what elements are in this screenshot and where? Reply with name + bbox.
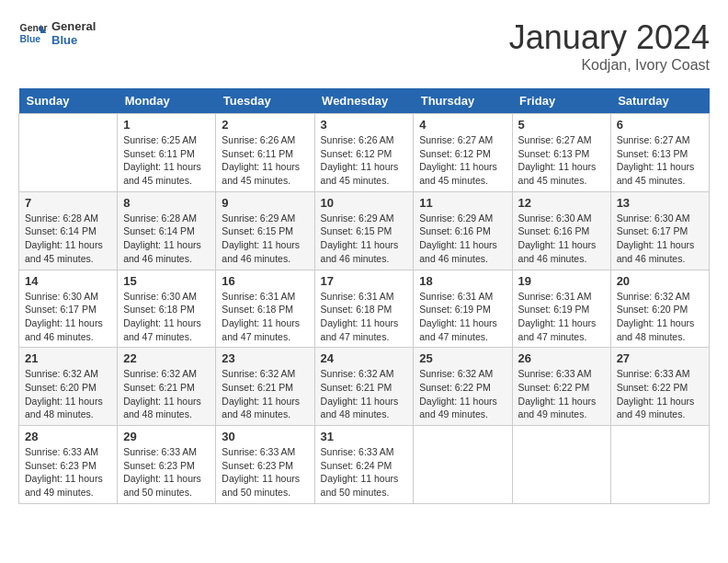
day-info: Sunrise: 6:31 AMSunset: 6:18 PMDaylight:… <box>321 290 408 344</box>
day-info: Sunrise: 6:30 AMSunset: 6:16 PMDaylight:… <box>518 212 605 266</box>
week-row-3: 14Sunrise: 6:30 AMSunset: 6:17 PMDayligh… <box>19 270 710 348</box>
calendar-cell: 2Sunrise: 6:26 AMSunset: 6:11 PMDaylight… <box>216 114 314 192</box>
day-number: 2 <box>222 118 308 132</box>
day-number: 9 <box>222 196 308 210</box>
day-info: Sunrise: 6:30 AMSunset: 6:17 PMDaylight:… <box>617 212 703 266</box>
logo-icon: General Blue <box>18 18 48 48</box>
day-number: 24 <box>321 351 408 365</box>
day-number: 15 <box>123 274 210 288</box>
header-thursday: Thursday <box>414 88 512 114</box>
week-row-2: 7Sunrise: 6:28 AMSunset: 6:14 PMDaylight… <box>19 191 710 270</box>
day-number: 31 <box>321 430 408 443</box>
week-row-1: 1Sunrise: 6:25 AMSunset: 6:11 PMDaylight… <box>19 114 710 192</box>
header-sunday: Sunday <box>19 88 118 114</box>
calendar-cell: 22Sunrise: 6:32 AMSunset: 6:21 PMDayligh… <box>118 348 216 426</box>
calendar-cell: 27Sunrise: 6:33 AMSunset: 6:22 PMDayligh… <box>610 348 709 426</box>
day-info: Sunrise: 6:33 AMSunset: 6:23 PMDaylight:… <box>123 445 210 500</box>
day-info: Sunrise: 6:26 AMSunset: 6:11 PMDaylight:… <box>222 133 308 188</box>
day-info: Sunrise: 6:33 AMSunset: 6:22 PMDaylight:… <box>518 367 605 421</box>
calendar-cell: 12Sunrise: 6:30 AMSunset: 6:16 PMDayligh… <box>512 191 610 270</box>
day-info: Sunrise: 6:31 AMSunset: 6:19 PMDaylight:… <box>518 290 605 344</box>
day-number: 22 <box>123 351 210 365</box>
page-header: General Blue General Blue January 2024 K… <box>18 18 710 74</box>
day-number: 5 <box>518 118 605 132</box>
day-info: Sunrise: 6:32 AMSunset: 6:20 PMDaylight:… <box>25 367 111 421</box>
day-number: 12 <box>518 196 605 210</box>
day-number: 27 <box>617 351 703 365</box>
day-info: Sunrise: 6:32 AMSunset: 6:20 PMDaylight:… <box>617 290 703 344</box>
calendar-cell: 26Sunrise: 6:33 AMSunset: 6:22 PMDayligh… <box>512 348 610 426</box>
day-number: 17 <box>321 274 408 288</box>
day-info: Sunrise: 6:32 AMSunset: 6:22 PMDaylight:… <box>419 367 506 421</box>
logo-text-general: General <box>51 19 96 33</box>
week-row-4: 21Sunrise: 6:32 AMSunset: 6:20 PMDayligh… <box>19 348 710 426</box>
title-section: January 2024 Kodjan, Ivory Coast <box>509 18 710 74</box>
day-number: 13 <box>617 196 703 210</box>
calendar-cell: 9Sunrise: 6:29 AMSunset: 6:15 PMDaylight… <box>216 191 314 270</box>
calendar-cell <box>19 114 118 192</box>
day-number: 19 <box>518 274 605 288</box>
day-info: Sunrise: 6:29 AMSunset: 6:15 PMDaylight:… <box>321 212 408 266</box>
month-title: January 2024 <box>509 18 710 57</box>
day-number: 3 <box>321 118 408 132</box>
day-number: 28 <box>25 430 111 443</box>
calendar-cell: 4Sunrise: 6:27 AMSunset: 6:12 PMDaylight… <box>414 114 512 192</box>
day-number: 7 <box>25 196 111 210</box>
day-info: Sunrise: 6:28 AMSunset: 6:14 PMDaylight:… <box>123 212 210 266</box>
calendar-cell: 24Sunrise: 6:32 AMSunset: 6:21 PMDayligh… <box>314 348 414 426</box>
day-number: 6 <box>617 118 703 132</box>
day-info: Sunrise: 6:33 AMSunset: 6:24 PMDaylight:… <box>321 445 408 500</box>
day-info: Sunrise: 6:29 AMSunset: 6:15 PMDaylight:… <box>222 212 308 266</box>
calendar-cell: 11Sunrise: 6:29 AMSunset: 6:16 PMDayligh… <box>414 191 512 270</box>
day-info: Sunrise: 6:33 AMSunset: 6:23 PMDaylight:… <box>25 445 111 500</box>
calendar-cell <box>610 426 709 504</box>
header-monday: Monday <box>118 88 216 114</box>
calendar-cell: 15Sunrise: 6:30 AMSunset: 6:18 PMDayligh… <box>118 270 216 348</box>
day-info: Sunrise: 6:33 AMSunset: 6:22 PMDaylight:… <box>617 367 703 421</box>
calendar-cell <box>512 426 610 504</box>
svg-text:Blue: Blue <box>20 34 41 44</box>
day-info: Sunrise: 6:32 AMSunset: 6:21 PMDaylight:… <box>123 367 210 421</box>
calendar-cell: 31Sunrise: 6:33 AMSunset: 6:24 PMDayligh… <box>314 426 414 504</box>
day-info: Sunrise: 6:25 AMSunset: 6:11 PMDaylight:… <box>123 133 210 188</box>
calendar-cell: 18Sunrise: 6:31 AMSunset: 6:19 PMDayligh… <box>414 270 512 348</box>
calendar-cell: 10Sunrise: 6:29 AMSunset: 6:15 PMDayligh… <box>314 191 414 270</box>
calendar-cell: 8Sunrise: 6:28 AMSunset: 6:14 PMDaylight… <box>118 191 216 270</box>
day-number: 23 <box>222 351 308 365</box>
day-number: 8 <box>123 196 210 210</box>
day-number: 4 <box>419 118 506 132</box>
day-number: 10 <box>321 196 408 210</box>
header-wednesday: Wednesday <box>314 88 414 114</box>
week-row-5: 28Sunrise: 6:33 AMSunset: 6:23 PMDayligh… <box>19 426 710 504</box>
day-info: Sunrise: 6:32 AMSunset: 6:21 PMDaylight:… <box>222 367 308 421</box>
day-number: 30 <box>222 430 308 443</box>
day-info: Sunrise: 6:30 AMSunset: 6:18 PMDaylight:… <box>123 290 210 344</box>
calendar-cell: 21Sunrise: 6:32 AMSunset: 6:20 PMDayligh… <box>19 348 118 426</box>
day-info: Sunrise: 6:27 AMSunset: 6:12 PMDaylight:… <box>419 133 506 188</box>
day-info: Sunrise: 6:27 AMSunset: 6:13 PMDaylight:… <box>617 133 703 188</box>
day-number: 11 <box>419 196 506 210</box>
day-number: 16 <box>222 274 308 288</box>
calendar-cell: 3Sunrise: 6:26 AMSunset: 6:12 PMDaylight… <box>314 114 414 192</box>
header-saturday: Saturday <box>610 88 709 114</box>
day-number: 25 <box>419 351 506 365</box>
calendar-cell: 5Sunrise: 6:27 AMSunset: 6:13 PMDaylight… <box>512 114 610 192</box>
location-subtitle: Kodjan, Ivory Coast <box>509 57 710 74</box>
day-number: 20 <box>617 274 703 288</box>
day-info: Sunrise: 6:33 AMSunset: 6:23 PMDaylight:… <box>222 445 308 500</box>
header-friday: Friday <box>512 88 610 114</box>
calendar-cell: 16Sunrise: 6:31 AMSunset: 6:18 PMDayligh… <box>216 270 314 348</box>
calendar-cell: 14Sunrise: 6:30 AMSunset: 6:17 PMDayligh… <box>19 270 118 348</box>
calendar-header-row: SundayMondayTuesdayWednesdayThursdayFrid… <box>19 88 710 114</box>
calendar-cell: 7Sunrise: 6:28 AMSunset: 6:14 PMDaylight… <box>19 191 118 270</box>
calendar-cell: 6Sunrise: 6:27 AMSunset: 6:13 PMDaylight… <box>610 114 709 192</box>
day-info: Sunrise: 6:27 AMSunset: 6:13 PMDaylight:… <box>518 133 605 188</box>
day-info: Sunrise: 6:30 AMSunset: 6:17 PMDaylight:… <box>25 290 111 344</box>
day-info: Sunrise: 6:31 AMSunset: 6:19 PMDaylight:… <box>419 290 506 344</box>
calendar-table: SundayMondayTuesdayWednesdayThursdayFrid… <box>18 88 710 504</box>
day-number: 21 <box>25 351 111 365</box>
day-number: 14 <box>25 274 111 288</box>
calendar-cell: 13Sunrise: 6:30 AMSunset: 6:17 PMDayligh… <box>610 191 709 270</box>
day-number: 29 <box>123 430 210 443</box>
logo: General Blue General Blue <box>18 18 96 48</box>
